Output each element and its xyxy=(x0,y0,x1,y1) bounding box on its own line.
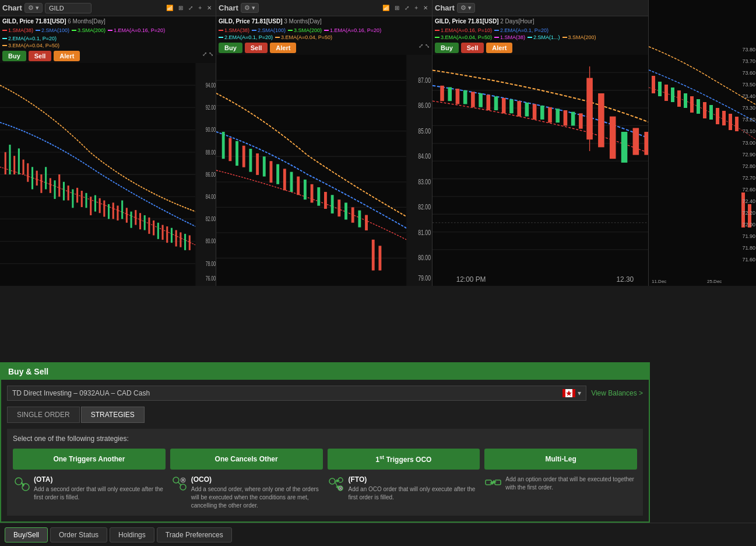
fto-text: (FTO) Add an OCO order that will only ex… xyxy=(349,475,480,502)
expand-arrows-2[interactable]: ⤢ ⤡ xyxy=(419,43,430,53)
close-icon-2[interactable]: ✕ xyxy=(421,4,430,12)
legend-dot xyxy=(562,37,567,38)
strategy-desc-multileg: Add an option order that will be execute… xyxy=(484,475,637,510)
svg-rect-34 xyxy=(112,202,114,219)
nav-btn-order-status[interactable]: Order Status xyxy=(50,527,107,542)
svg-text:71.80: 71.80 xyxy=(742,245,755,251)
chart-gear-btn-2[interactable]: ⚙ ▾ xyxy=(241,3,259,13)
svg-rect-11 xyxy=(9,145,10,174)
legend-dot xyxy=(435,37,439,38)
legend-label: 2.EMA(A=0.1, P=20) xyxy=(8,36,57,41)
svg-text:88.00: 88.00 xyxy=(206,148,216,156)
chart-controls-2: 📶 ⊞ ⤢ + ✕ xyxy=(381,4,430,12)
tab-single-order[interactable]: SINGLE ORDER xyxy=(7,407,80,423)
svg-text:76.00: 76.00 xyxy=(206,274,216,282)
svg-rect-146 xyxy=(564,110,568,125)
oco-abbr: (OCO) xyxy=(191,475,323,484)
account-select[interactable]: TD Direct Investing – 0932AUA – CAD Cash… xyxy=(7,386,586,401)
svg-rect-84 xyxy=(304,180,307,200)
svg-text:72.60: 72.60 xyxy=(742,187,755,192)
chart-period-1: 6 Months[Day] xyxy=(68,18,105,24)
svg-point-215 xyxy=(329,478,335,484)
alert-button-2[interactable]: Alert xyxy=(270,43,296,53)
svg-rect-41 xyxy=(144,215,146,230)
chart-legend-2: 1.SMA(38) 2.SMA(100) 3.SMA(200) 1.EMA(A=… xyxy=(216,27,432,34)
sell-button-1[interactable]: Sell xyxy=(29,51,52,61)
buy-button-3[interactable]: Buy xyxy=(435,43,459,53)
strategy-desc-oco: (OCO) Add a second order, where only one… xyxy=(170,475,323,510)
svg-text:80.00: 80.00 xyxy=(418,254,431,262)
tab-strategies[interactable]: STRATEGIES xyxy=(81,407,145,423)
svg-text:72.80: 72.80 xyxy=(742,163,755,169)
svg-text:73.40: 73.40 xyxy=(742,93,755,99)
layout-icon-2[interactable]: ⊞ xyxy=(393,4,401,12)
svg-rect-145 xyxy=(555,108,560,123)
chart-search-1[interactable] xyxy=(45,3,92,13)
sell-button-3[interactable]: Sell xyxy=(461,43,484,53)
svg-rect-169 xyxy=(664,85,668,101)
ota-icon xyxy=(13,475,30,495)
svg-rect-32 xyxy=(103,201,105,217)
close-icon-1[interactable]: ✕ xyxy=(205,4,213,12)
wifi-icon-1: 📶 xyxy=(164,4,175,12)
chart-gear-btn-1[interactable]: ⚙ ▾ xyxy=(24,3,43,13)
strategy-btn-ota[interactable]: One Triggers Another xyxy=(13,449,166,470)
legend-label: 1.EMA(A=0.16, P=20) xyxy=(114,27,165,33)
fto-abbr: (FTO) xyxy=(349,475,480,484)
panel-header: Buy & Sell xyxy=(1,363,649,380)
svg-text:82.00: 82.00 xyxy=(206,215,216,222)
view-balances-link[interactable]: View Balances > xyxy=(591,389,643,397)
account-name: TD Direct Investing – 0932AUA – CAD Cash xyxy=(12,389,150,397)
svg-rect-82 xyxy=(290,172,293,192)
expand-icon-1[interactable]: + xyxy=(196,4,203,12)
layout-icon-1[interactable]: ⊞ xyxy=(177,4,185,12)
fto-detail: Add an OCO order that will only execute … xyxy=(349,485,480,502)
svg-rect-31 xyxy=(99,198,101,213)
chart-canvas-2: 87.00 86.00 85.00 84.00 83.00 82.00 81.0… xyxy=(216,55,432,286)
strategy-btn-fto[interactable]: 1st Triggers OCO xyxy=(328,449,480,470)
legend-dot xyxy=(36,30,40,31)
buy-button-2[interactable]: Buy xyxy=(219,43,242,53)
nav-btn-holdings[interactable]: Holdings xyxy=(110,527,154,542)
strategy-btn-oco[interactable]: One Cancels Other xyxy=(170,449,323,470)
svg-rect-121 xyxy=(598,93,604,147)
svg-rect-48 xyxy=(175,230,177,247)
svg-rect-17 xyxy=(36,171,38,186)
svg-rect-148 xyxy=(579,113,583,128)
svg-rect-132 xyxy=(456,89,460,104)
legend-dot xyxy=(108,30,112,31)
alert-button-3[interactable]: Alert xyxy=(486,43,512,53)
svg-text:73.70: 73.70 xyxy=(742,58,755,64)
chart-period-3: 2 Days[Hour] xyxy=(500,18,534,24)
svg-text:90.00: 90.00 xyxy=(206,126,216,134)
legend-3-sma38: 1.SMA(38) xyxy=(494,34,525,40)
svg-rect-25 xyxy=(72,189,73,208)
chart-symbol-1: GILD, Price 71.81[USD] xyxy=(2,18,66,24)
expand-icon-2[interactable]: + xyxy=(413,4,420,12)
alert-button-1[interactable]: Alert xyxy=(54,51,80,61)
legend-label: 2.EMA(A=0.1, P=20) xyxy=(224,34,273,40)
legend-1-sma100: 2.SMA(100) xyxy=(36,27,69,33)
legend-label: 2.SMA(1...) xyxy=(533,34,560,40)
svg-text:73.00: 73.00 xyxy=(742,140,755,146)
strategy-btn-multileg[interactable]: Multi-Leg xyxy=(484,449,637,470)
nav-btn-buysell[interactable]: Buy/Sell xyxy=(5,527,48,542)
chart-title-3: Chart xyxy=(435,4,455,12)
ota-abbr: (OTA) xyxy=(34,475,166,484)
svg-rect-172 xyxy=(684,93,687,108)
popout-icon-1[interactable]: ⤢ xyxy=(187,4,195,12)
legend-2-sma38: 1.SMA(38) xyxy=(219,27,249,33)
svg-text:73.80: 73.80 xyxy=(742,47,755,52)
chart-gear-btn-3[interactable]: ⚙ ▾ xyxy=(457,3,475,13)
expand-arrows-1[interactable]: ⤢ ⤡ xyxy=(202,51,213,61)
ota-arrow-icon xyxy=(13,475,30,493)
charts-area: Chart ⚙ ▾ 📶 ⊞ ⤢ + ✕ GILD, Price 71.81[US… xyxy=(0,0,756,286)
svg-rect-46 xyxy=(166,226,168,243)
nav-btn-trade-prefs[interactable]: Trade Preferences xyxy=(157,527,232,542)
popout-icon-2[interactable]: ⤢ xyxy=(403,4,411,12)
svg-rect-171 xyxy=(677,90,681,107)
buy-button-1[interactable]: Buy xyxy=(2,51,26,61)
svg-text:80.00: 80.00 xyxy=(206,237,216,245)
legend-label: 1.SMA(38) xyxy=(224,27,249,33)
sell-button-2[interactable]: Sell xyxy=(245,43,268,53)
